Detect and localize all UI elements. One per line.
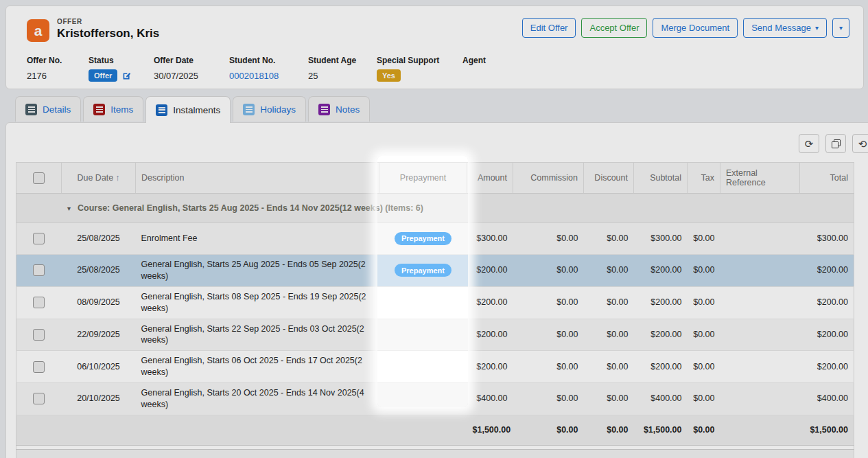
column-header-prepayment[interactable]: Prepayment (379, 163, 467, 194)
tab-notes[interactable]: Notes (308, 96, 370, 122)
cell-description: Enrolment Fee (136, 223, 379, 255)
cell-commission: $0.00 (513, 223, 584, 255)
cell-external_reference (720, 286, 800, 319)
tab-label: Details (43, 104, 71, 115)
info-bar: Offer No.2176StatusOfferOffer Date30/07/… (6, 42, 863, 82)
column-header-total[interactable]: Total (800, 163, 854, 194)
info-label: Student No. (229, 56, 308, 65)
cell-checkbox (16, 255, 62, 287)
table-toolbar: ⟳ ⟲ (16, 134, 868, 153)
table-body: ▾Course: General English, Starts 25 Aug … (16, 194, 854, 458)
column-header-label: Tax (701, 173, 714, 183)
cell-amount: $200.00 (467, 286, 513, 319)
button-label: Merge Document (661, 23, 729, 33)
info-item-status: StatusOffer (89, 56, 154, 82)
cell-external_reference (720, 223, 800, 255)
column-header-label: Prepayment (400, 173, 446, 183)
instalment-row[interactable]: 25/08/2025General English, Starts 25 Aug… (16, 255, 854, 287)
cell-description: General English, Starts 22 Sep 2025 - En… (136, 319, 379, 351)
column-header-due_date[interactable]: Due Date↑ (62, 163, 136, 194)
cell-commission: $0.00 (513, 319, 584, 351)
send-message-button[interactable]: Send Message▾ (743, 18, 827, 38)
cell-description: General English, Starts 20 Oct 2025 - En… (136, 383, 379, 415)
copy-button[interactable] (825, 134, 846, 153)
tab-instalments[interactable]: Instalments (145, 96, 231, 123)
tab-details[interactable]: Details (15, 96, 81, 122)
total-tax: $0.00 (688, 449, 720, 458)
details-tab-icon (25, 104, 37, 115)
row-checkbox[interactable] (33, 233, 45, 244)
tab-items[interactable]: Items (83, 96, 143, 122)
column-header-tax[interactable]: Tax (688, 163, 720, 194)
cell-due_date: 25/08/2025 (62, 223, 136, 255)
column-header-label: Commission (530, 173, 578, 183)
row-checkbox[interactable] (33, 297, 45, 308)
info-text: 30/07/2025 (154, 71, 198, 81)
cell-prepayment (379, 319, 467, 351)
cell-description: General English, Starts 25 Aug 2025 - En… (136, 255, 379, 287)
tab-label: Items (110, 104, 133, 115)
info-label: Student Age (308, 56, 377, 65)
column-header-subtotal[interactable]: Subtotal (634, 163, 688, 194)
cell-amount: $200.00 (467, 255, 513, 287)
cell-external_reference (720, 255, 800, 287)
column-header-description[interactable]: Description (136, 163, 379, 194)
total-due_date (62, 415, 136, 445)
cell-amount: $300.00 (467, 223, 513, 255)
header-actions: Edit OfferAccept OfferMerge DocumentSend… (522, 18, 827, 38)
column-header-label: Total (830, 173, 848, 183)
group-total-row: $1,500.00$0.00$0.00$1,500.00$0.00$1,500.… (16, 415, 854, 445)
cell-prepayment: Prepayment (379, 223, 467, 255)
button-label: Edit Offer (530, 23, 568, 33)
holidays-tab-icon (243, 104, 255, 115)
column-header-amount[interactable]: Amount (467, 163, 513, 194)
select-all-checkbox[interactable] (33, 172, 45, 184)
tab-holidays[interactable]: Holidays (233, 96, 306, 122)
column-header-external_reference[interactable]: External Reference (720, 163, 800, 194)
cell-tax: $0.00 (688, 351, 720, 383)
history-button[interactable]: ⟲ (852, 134, 868, 153)
total-total: $1,500.00 (800, 449, 854, 458)
refresh-button[interactable]: ⟳ (799, 134, 819, 153)
row-checkbox[interactable] (33, 393, 45, 404)
instalment-row[interactable]: 20/10/2025General English, Starts 20 Oct… (16, 383, 854, 415)
cell-due_date: 25/08/2025 (62, 255, 136, 287)
total-tax: $0.00 (688, 415, 720, 445)
entity-label: OFFER (57, 18, 159, 25)
column-header-discount[interactable]: Discount (584, 163, 634, 194)
accept-offer-button[interactable]: Accept Offer (581, 18, 647, 38)
row-checkbox[interactable] (33, 329, 45, 341)
cell-subtotal: $200.00 (634, 319, 688, 351)
refresh-icon: ⟳ (805, 139, 814, 149)
column-header-label: Subtotal (650, 173, 681, 183)
cell-total: $400.00 (800, 383, 854, 415)
cell-total: $200.00 (800, 351, 854, 383)
row-checkbox[interactable] (33, 264, 45, 276)
more-actions-button[interactable]: ▾ (832, 18, 849, 38)
caret-down-icon: ▾ (839, 25, 843, 32)
cell-amount: $200.00 (467, 319, 513, 351)
row-checkbox[interactable] (33, 361, 45, 373)
table-header-row: Due Date↑DescriptionPrepaymentAmountComm… (16, 163, 854, 194)
cell-discount: $0.00 (584, 351, 634, 383)
cell-tax: $0.00 (688, 255, 720, 287)
total-discount: $0.00 (584, 415, 634, 445)
instalments-tab-icon (156, 104, 167, 116)
info-value: Offer (89, 69, 154, 82)
instalment-row[interactable]: 25/08/2025Enrolment FeePrepayment$300.00… (16, 223, 854, 255)
total-discount: $0.00 (584, 449, 634, 458)
edit-offer-button[interactable]: Edit Offer (522, 18, 576, 38)
edit-status-icon[interactable] (122, 71, 131, 80)
instalment-row[interactable]: 08/09/2025General English, Starts 08 Sep… (16, 286, 854, 319)
instalments-panel: ⟳ ⟲ Due Date↑DescriptionPrepaymentAmount… (5, 122, 868, 458)
merge-document-button[interactable]: Merge Document (653, 18, 738, 38)
cell-commission: $0.00 (513, 383, 584, 415)
student-no-link[interactable]: 0002018108 (229, 71, 279, 81)
instalment-row[interactable]: 06/10/2025General English, Starts 06 Oct… (16, 351, 854, 383)
total-external_reference (720, 415, 800, 445)
notes-tab-icon (318, 104, 330, 115)
instalment-row[interactable]: 22/09/2025General English, Starts 22 Sep… (16, 319, 854, 351)
collapse-caret-icon[interactable]: ▾ (67, 205, 71, 212)
info-item-student-no: Student No.0002018108 (229, 56, 308, 82)
column-header-commission[interactable]: Commission (513, 163, 584, 194)
